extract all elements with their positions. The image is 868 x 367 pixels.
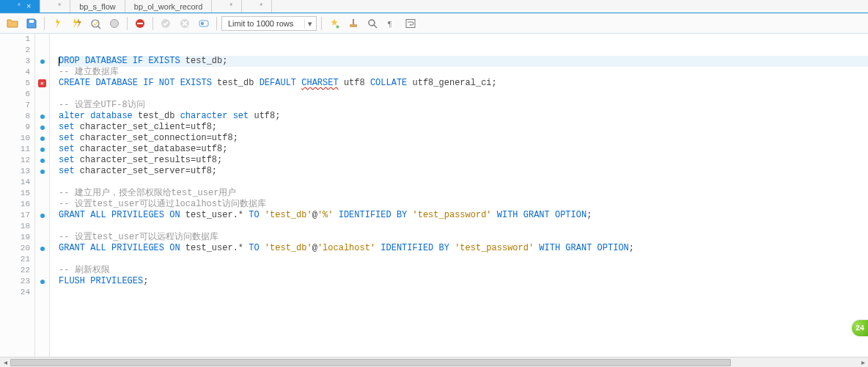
token: ;	[275, 111, 280, 122]
code-line[interactable]	[59, 89, 868, 100]
toolbar-separator	[127, 17, 128, 30]
line-number: 1	[0, 34, 34, 45]
token: =	[196, 144, 201, 155]
token: utf8	[196, 155, 217, 166]
stop-button[interactable]	[106, 15, 122, 32]
sql-editor[interactable]: 123456789101112131415161718192021222324 …	[0, 34, 868, 357]
code-line[interactable]	[59, 221, 868, 232]
code-line[interactable]: set character_set_results=utf8;	[59, 155, 868, 166]
autocommit-toggle[interactable]	[196, 15, 212, 32]
editor-tab[interactable]: bp_s_flow	[70, 0, 125, 12]
token: '%'	[317, 210, 334, 221]
token: character set	[180, 111, 254, 122]
line-number: 20	[0, 243, 34, 254]
editor-tab[interactable]: *	[242, 0, 272, 12]
code-line[interactable]	[59, 254, 868, 265]
token: set	[59, 122, 80, 133]
code-line[interactable]	[59, 177, 868, 188]
editor-tab[interactable]: *	[212, 0, 242, 12]
token: test_db	[217, 78, 260, 89]
code-line[interactable]: set character_set_client=utf8;	[59, 122, 868, 133]
token: utf8_general_ci	[413, 78, 492, 89]
editor-tab[interactable]: *	[40, 0, 70, 12]
token: utf8	[254, 111, 275, 122]
token: set	[59, 166, 80, 177]
token: character_set_database	[80, 144, 196, 155]
svg-point-1	[92, 20, 99, 27]
code-line[interactable]: set character_set_connection=utf8;	[59, 133, 868, 144]
svg-point-9	[201, 22, 204, 25]
token: IDENTIFIED BY	[333, 210, 412, 221]
editor-tab[interactable]: *×	[0, 0, 40, 12]
suggestions-badge[interactable]: 24	[852, 320, 868, 336]
toolbar-separator	[321, 17, 322, 30]
suggestions-count: 24	[856, 323, 864, 334]
find-button[interactable]	[364, 15, 380, 32]
code-line[interactable]: set character_set_database=utf8;	[59, 144, 868, 155]
token: set	[59, 144, 80, 155]
code-line[interactable]	[59, 34, 868, 45]
code-line[interactable]: GRANT ALL PRIVILEGES ON test_user.* TO '…	[59, 243, 868, 254]
code-line[interactable]: DROP DATABASE IF EXISTS test_db;	[59, 56, 868, 67]
tab-label: bp_s_flow	[79, 2, 116, 11]
scroll-left-arrow-icon[interactable]: ◂	[0, 358, 10, 366]
token: COLLATE	[370, 78, 413, 89]
toolbar-separator	[216, 17, 217, 30]
token: utf8	[191, 122, 212, 133]
code-line[interactable]: GRANT ALL PRIVILEGES ON test_user.* TO '…	[59, 210, 868, 221]
token: TO	[249, 243, 265, 254]
blank-marker	[35, 287, 49, 298]
horizontal-scrollbar[interactable]: ◂ ▸	[0, 357, 868, 367]
code-line[interactable]: -- 建立用户，授全部权限给test_user用户	[59, 188, 868, 199]
token: ;	[586, 210, 592, 221]
code-line[interactable]: -- 建立数据库	[59, 67, 868, 78]
word-wrap-button[interactable]	[402, 15, 419, 32]
statement-marker-icon	[35, 243, 49, 254]
close-icon[interactable]: ×	[26, 2, 31, 10]
blank-marker	[35, 254, 49, 265]
code-line[interactable]: set character_set_server=utf8;	[59, 166, 868, 177]
scrollbar-thumb[interactable]	[10, 359, 731, 366]
token: ;	[212, 122, 217, 133]
token: IDENTIFIED BY	[375, 243, 455, 254]
invisible-chars-button[interactable]: ¶	[383, 15, 400, 32]
code-line[interactable]: CREATE DATABASE IF NOT EXISTS test_db DE…	[59, 78, 868, 89]
code-line[interactable]: -- 设置test_user可以通过localhost访问数据库	[59, 199, 868, 210]
line-number: 11	[0, 144, 34, 155]
token: alter database	[59, 111, 138, 122]
execute-script-button[interactable]	[68, 15, 84, 32]
execute-button[interactable]	[49, 15, 65, 32]
toolbar-separator	[152, 17, 153, 30]
row-limit-select[interactable]: Limit to 1000 rows ▾	[221, 16, 317, 31]
scroll-right-arrow-icon[interactable]: ▸	[858, 358, 868, 366]
code-line[interactable]: -- 设置全UTF-8访问	[59, 100, 868, 111]
explain-button[interactable]	[87, 15, 103, 32]
rollback-button[interactable]	[177, 15, 193, 32]
token: CREATE DATABASE IF NOT EXISTS	[59, 78, 217, 89]
token: test_user.*	[185, 243, 249, 254]
code-line[interactable]: FLUSH PRIVILEGES;	[59, 276, 868, 287]
beautify-button[interactable]	[326, 15, 342, 32]
blank-marker	[35, 265, 49, 276]
token: character_set_results	[80, 155, 191, 166]
line-number: 17	[0, 210, 34, 221]
blank-marker	[35, 177, 49, 188]
code-area[interactable]: DROP DATABASE IF EXISTS test_db;-- 建立数据库…	[50, 34, 868, 357]
code-line[interactable]	[59, 45, 868, 56]
open-file-button[interactable]	[4, 15, 21, 32]
blank-marker	[35, 45, 49, 56]
line-number: 18	[0, 221, 34, 232]
code-line[interactable]	[59, 287, 868, 298]
scrollbar-track[interactable]	[10, 357, 858, 368]
token: 'test_db'	[265, 243, 312, 254]
line-number: 22	[0, 265, 34, 276]
stop-on-error-button[interactable]	[132, 15, 148, 32]
code-line[interactable]: -- 刷新权限	[59, 265, 868, 276]
code-line[interactable]: alter database test_db character set utf…	[59, 111, 868, 122]
code-line[interactable]: -- 设置test_user可以远程访问数据库	[59, 232, 868, 243]
editor-tab[interactable]: bp_ol_work_record	[125, 0, 213, 12]
clean-up-button[interactable]	[345, 15, 361, 32]
save-button[interactable]	[23, 15, 40, 32]
dirty-indicator-icon: *	[18, 2, 21, 10]
commit-button[interactable]	[158, 15, 174, 32]
